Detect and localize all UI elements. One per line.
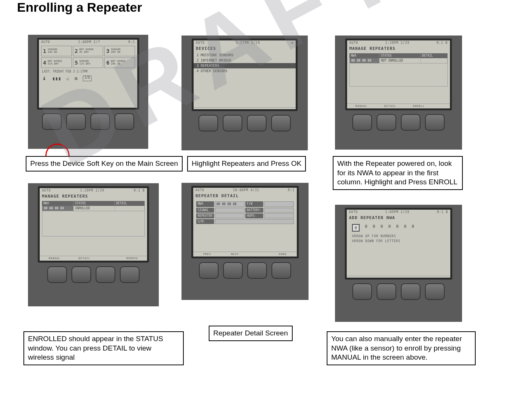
- screen-title-devices: DEVICES: [194, 45, 296, 53]
- mode-label: AUTO: [349, 41, 358, 45]
- caption-panel2: Highlight Repeaters and Press OK: [187, 156, 306, 172]
- hw-button-4[interactable]: [271, 262, 291, 279]
- hw-button-2[interactable]: [377, 283, 396, 300]
- softkey-prev[interactable]: PREV: [203, 253, 211, 256]
- panel-main-screen: AUTO 1:08PM 2/7 R:1 1SENSOR18% OK 2NOT W…: [28, 35, 148, 149]
- zone-4[interactable]: 4NOT WIRED31% DRY: [41, 57, 72, 68]
- time-label: 1:28PM 2/29: [385, 41, 409, 45]
- r-label: R:1: [288, 189, 295, 192]
- nwa-input-row[interactable]: 0 0 0 0 0 0 0 0: [347, 222, 450, 234]
- zone-5[interactable]: 5SENSOR11% DRY: [73, 57, 104, 68]
- screen-enrolled: AUTO 1:28PM 2/29 R:1 B MANAGE REPEATERS …: [38, 186, 149, 263]
- hw-button-4[interactable]: [115, 113, 134, 130]
- signal-icon[interactable]: ▮▮▮: [52, 76, 61, 81]
- hw-button-2[interactable]: [223, 262, 243, 279]
- hw-button-3[interactable]: [90, 113, 110, 130]
- softkey-done[interactable]: DONE: [279, 253, 287, 256]
- softkey-manual[interactable]: MANUAL: [49, 257, 60, 260]
- gear-icon[interactable]: ⚙: [74, 76, 78, 81]
- softkey-detail[interactable]: DETAIL: [79, 257, 90, 260]
- table-header: NWA STATUS DETAIL: [42, 201, 145, 206]
- r-label: R:1: [129, 40, 135, 44]
- caption-panel6: You can also manually enter the repeater…: [327, 331, 476, 365]
- zone-6[interactable]: 6NOT WIRED20% OK: [104, 57, 135, 68]
- mode-label: AUTO: [42, 189, 51, 192]
- time-label: 10:00PM 4/31: [233, 189, 259, 192]
- caption-panel5: Repeater Detail Screen: [209, 326, 293, 341]
- caption-panel3: With the Repeater powered on, look for i…: [333, 156, 463, 190]
- caption-panel1: Press the Device Soft Key on the Main Sc…: [26, 156, 183, 172]
- panel-add-repeater: AUTO 1:09PM 2/29 R:1 B ADD REPEATER NWA …: [335, 205, 462, 322]
- list-item-other[interactable]: 4 OTHER SENSORS: [194, 68, 296, 74]
- screen-manage: AUTO 1:28PM 2/29 R:1 B MANAGE REPEATERS …: [345, 39, 452, 110]
- panel-enrolled: AUTO 1:28PM 2/29 R:1 B MANAGE REPEATERS …: [28, 183, 159, 306]
- r-label: R:1 B: [134, 189, 145, 192]
- hw-button-2[interactable]: [377, 114, 396, 131]
- zone-grid: 1SENSOR18% OK 2NOT WIRED4% DRY 3SENSOR20…: [39, 45, 137, 69]
- time-label: 1:09PM 2/29: [385, 210, 409, 214]
- page-icon[interactable]: 1/6: [83, 76, 91, 81]
- softkey-next[interactable]: NEXT: [231, 253, 239, 256]
- hw-button-3[interactable]: [96, 266, 115, 283]
- hw-button-4[interactable]: [271, 115, 291, 131]
- list-item-moisture[interactable]: 1 MOISTURE SENSORS: [194, 53, 296, 58]
- hint-down: ARROW DOWN FOR LETTERS: [347, 239, 450, 244]
- page-title: Enrolling a Repeater: [17, 0, 142, 15]
- thermo-icon[interactable]: 🌡: [42, 76, 47, 81]
- mode-label: AUTO: [41, 40, 50, 44]
- warn-icon[interactable]: ⚠: [66, 76, 69, 81]
- list-item-repeaters[interactable]: 3 REPEATERS: [194, 63, 296, 68]
- time-label: 1:28PM 2/29: [80, 189, 104, 192]
- r-label: R:1 B: [437, 210, 448, 214]
- table-header: NWA STATUS DETAIL: [349, 53, 448, 58]
- hw-button-2[interactable]: [71, 266, 91, 283]
- hw-button-1[interactable]: [42, 113, 62, 130]
- hw-button-1[interactable]: [199, 115, 218, 131]
- last-run-label: LAST: FRIDAY FEB 3 2:17PM: [39, 69, 137, 74]
- hw-button-3[interactable]: [401, 114, 420, 131]
- table-row[interactable]: 00 00 00 80 ENROLLED: [42, 206, 145, 211]
- settings-icon: ⚙: [291, 41, 293, 45]
- panel-repeater-detail: AUTO 10:00PM 4/31 R:1 REPEATER DETAIL NW…: [181, 183, 309, 300]
- zone-2[interactable]: 2NOT WIRED4% DRY: [73, 46, 104, 56]
- table-row[interactable]: 00 00 00 80 NOT ENROLLED: [349, 58, 448, 63]
- zone-3[interactable]: 3SENSOR20% OK: [104, 46, 135, 56]
- hw-button-1[interactable]: [199, 262, 219, 279]
- hw-button-3[interactable]: [247, 115, 267, 131]
- caption-panel4: ENROLLED should appear in the STATUS win…: [23, 331, 184, 365]
- hw-button-4[interactable]: [425, 283, 445, 300]
- hw-button-4[interactable]: [425, 114, 445, 131]
- hw-button-3[interactable]: [247, 262, 267, 279]
- hw-button-1[interactable]: [352, 114, 372, 131]
- list-item-bridge[interactable]: 2 INTERNET BRIDGE: [194, 58, 296, 63]
- screen-main: AUTO 1:08PM 2/7 R:1 1SENSOR18% OK 2NOT W…: [37, 38, 139, 110]
- zone-1[interactable]: 1SENSOR18% OK: [41, 46, 72, 56]
- time-label: 1:08PM 2/7: [78, 40, 100, 44]
- hint-up: ARROW UP FOR NUMBERS: [347, 234, 450, 239]
- screen-detail: AUTO 10:00PM 4/31 R:1 REPEATER DETAIL NW…: [191, 186, 299, 258]
- panel-devices: AUTO 1:27PM 2/29 ⚙ DEVICES 1 MOISTURE SE…: [181, 36, 308, 150]
- nwa-digit-0[interactable]: 0: [352, 224, 360, 232]
- screen-title-detail: REPEATER DETAIL: [193, 193, 297, 200]
- softkey-detail[interactable]: DETAIL: [384, 105, 396, 108]
- softkey-enroll[interactable]: ENROLL: [413, 105, 425, 108]
- hw-button-4[interactable]: [120, 266, 140, 283]
- screen-title-enrolled: MANAGE REPEATERS: [40, 193, 147, 200]
- icon-row: 🌡 ▮▮▮ ⚠ ⚙ 1/6: [39, 74, 137, 83]
- detail-grid: NWA00 00 00 00 F/W SIGNAL BATTERY: REPEA…: [196, 201, 294, 224]
- softkey-manual[interactable]: MANUAL: [355, 105, 367, 108]
- screen-devices: AUTO 1:27PM 2/29 ⚙ DEVICES 1 MOISTURE SE…: [192, 39, 298, 111]
- hw-button-2[interactable]: [223, 115, 242, 131]
- softkey-remove[interactable]: REMOVE: [126, 257, 138, 260]
- panel-manage-repeaters: AUTO 1:28PM 2/29 R:1 B MANAGE REPEATERS …: [335, 36, 462, 150]
- hw-button-1[interactable]: [352, 283, 372, 300]
- time-label: 1:27PM 2/29: [236, 41, 260, 45]
- mode-label: AUTO: [349, 210, 358, 214]
- screen-add-nwa: AUTO 1:09PM 2/29 R:1 B ADD REPEATER NWA …: [345, 208, 452, 280]
- hw-button-2[interactable]: [66, 113, 86, 130]
- mode-label: AUTO: [195, 189, 204, 192]
- hw-button-1[interactable]: [47, 266, 67, 283]
- hw-button-3[interactable]: [401, 283, 420, 300]
- mode-label: AUTO: [196, 41, 205, 45]
- r-label: R:1 B: [437, 41, 448, 45]
